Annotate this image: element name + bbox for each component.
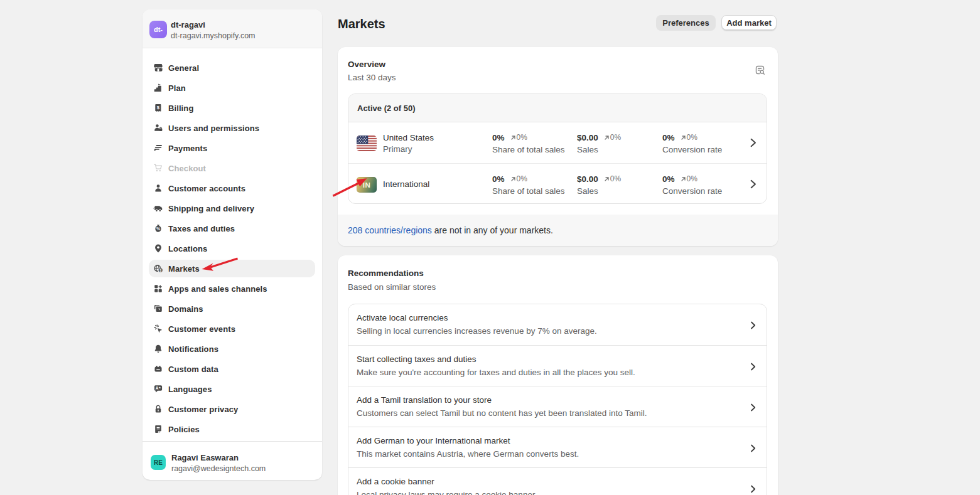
svg-text:%: % [156,226,160,231]
svg-text:$: $ [159,269,161,272]
svg-text:A: A [156,386,159,390]
svg-text:$: $ [157,105,160,110]
